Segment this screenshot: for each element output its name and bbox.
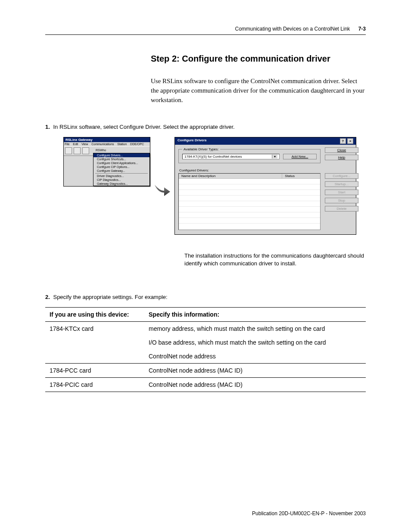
add-new-label: Add New... [292, 155, 308, 159]
menu-configure-gateway[interactable]: Configure Gateway... [93, 169, 149, 173]
step-2: 2. Specify the appropriate settings. For… [45, 294, 366, 300]
step-1-number: 1. [45, 124, 50, 130]
table-row [179, 190, 320, 196]
col-status: Status [282, 174, 320, 178]
step-heading: Step 2: Configure the communication driv… [151, 54, 366, 64]
stop-button[interactable]: Stop [325, 198, 358, 203]
publication-footer: Publication 20D-UM002C-EN-P - November 2… [252, 510, 366, 516]
help-label: Help [338, 156, 345, 159]
cell-info-pcc: ControlNet node address (MAC ID) [144, 363, 366, 377]
rslinx-window: RSLinx Gateway File Edit View Communicat… [63, 137, 150, 187]
available-driver-types-group: Available Driver Types: 1784-KT(X)(S) fo… [178, 147, 321, 163]
driver-type-value: 1784-KT(X)(S) for ControlNet devices [184, 155, 242, 159]
table-row [179, 212, 320, 218]
toolbar-button-1[interactable] [65, 147, 72, 154]
menu-station[interactable]: Station [117, 143, 127, 146]
intro-paragraph: Use RSLinx software to configure the Con… [151, 77, 366, 105]
startup-button[interactable]: Startup... [325, 181, 358, 187]
table-row [179, 184, 320, 190]
ktcx-info-1: memory address, which must match the swi… [149, 325, 361, 332]
configured-drivers-table: Name and Description Status [178, 173, 321, 230]
close-icon[interactable]: × [347, 138, 353, 144]
close-button[interactable]: Close [325, 147, 358, 153]
dropdown-menu: Configure Drivers... Configure Shortcuts… [93, 153, 150, 186]
menu-communications[interactable]: Communications [91, 143, 114, 146]
section-title: Communicating with Devices on a ControlN… [235, 26, 350, 32]
menu-gateway-diagnostics[interactable]: Gateway Diagnostics... [93, 182, 149, 186]
cell-info-pcic: ControlNet node address (MAC ID) [144, 377, 366, 392]
screenshot-row: RSLinx Gateway File Edit View Communicat… [45, 137, 366, 235]
page-number: 7-3 [358, 26, 366, 32]
window-controls: ? × [339, 138, 353, 144]
configure-drivers-dialog: Configure Drivers ? × Available Driver T… [174, 137, 356, 235]
delete-button[interactable]: Delete [325, 206, 358, 212]
th-info: Specify this information: [144, 307, 366, 321]
start-button[interactable]: Start [325, 190, 358, 195]
arrow-icon [154, 174, 171, 198]
dialog-body: Available Driver Types: 1784-KT(X)(S) fo… [175, 145, 356, 234]
dropdown-label[interactable]: RSWho [93, 148, 150, 152]
add-new-button[interactable]: Add New... [283, 154, 317, 159]
rslinx-menubar: File Edit View Communications Station DD… [64, 142, 150, 146]
menu-configure-shortcuts[interactable]: Configure Shortcuts... [93, 157, 149, 161]
toolbar-button-2[interactable] [74, 147, 81, 154]
ktcx-info-2: I/O base address, which must match the s… [149, 339, 361, 346]
dialog-side-buttons: Configure... Startup... Start Stop Delet… [325, 173, 352, 230]
header-rule [45, 34, 366, 35]
cell-info-ktcx: memory address, which must match the swi… [144, 321, 366, 363]
configure-button[interactable]: Configure... [325, 173, 358, 179]
menu-edit[interactable]: Edit [73, 143, 78, 146]
th-device: If you are using this device: [45, 307, 144, 321]
menu-view[interactable]: View [81, 143, 88, 146]
cell-device-pcc: 1784-PCC card [45, 363, 144, 377]
menu-driver-diagnostics[interactable]: Driver Diagnostics... [93, 174, 149, 178]
menu-file[interactable]: File [65, 143, 69, 146]
step-1: 1. In RSLinx software, select Configure … [45, 124, 366, 130]
table-row [179, 179, 320, 184]
cell-device-pcic: 1784-PCIC card [45, 377, 144, 392]
device-settings-table: If you are using this device: Specify th… [45, 307, 366, 392]
communications-dropdown: RSWho Configure Drivers... Configure Sho… [93, 148, 150, 186]
menu-configure-drivers[interactable]: Configure Drivers... [93, 153, 149, 157]
configured-drivers-label: Configured Drivers: [179, 168, 352, 172]
group-label-available: Available Driver Types: [182, 147, 220, 151]
menu-configure-cip[interactable]: Configure CIP Options... [93, 165, 149, 169]
table-row [179, 201, 320, 207]
driver-type-select[interactable]: 1784-KT(X)(S) for ControlNet devices ▾ [182, 154, 280, 159]
step-2-number: 2. [45, 294, 50, 300]
table-row [179, 196, 320, 201]
menu-dde[interactable]: DDE/OPC [130, 143, 144, 146]
chevron-down-icon: ▾ [272, 155, 277, 159]
ktcx-info-3: ControlNet node address [149, 353, 361, 360]
dialog-title: Configure Drivers [177, 138, 207, 144]
table-row [179, 218, 320, 224]
help-button[interactable]: Help [325, 155, 358, 160]
running-header: Communicating with Devices on a ControlN… [45, 26, 366, 32]
table-rows [179, 179, 320, 224]
cell-device-ktcx: 1784-KTCx card [45, 321, 144, 363]
help-icon[interactable]: ? [340, 138, 346, 144]
step-1-text: In RSLinx software, select Configure Dri… [53, 124, 234, 130]
col-name-description: Name and Description [179, 174, 282, 178]
rslinx-titlebar: RSLinx Gateway [64, 137, 150, 142]
close-label: Close [337, 148, 346, 152]
step-2-text: Specify the appropriate settings. For ex… [53, 294, 167, 300]
menu-configure-client-apps[interactable]: Configure Client Applications... [93, 161, 149, 165]
table-row [179, 207, 320, 212]
toolbar-button-3[interactable] [82, 147, 89, 154]
screenshot-caption: The installation instructions for the co… [184, 252, 366, 268]
menu-cip-diagnostics[interactable]: CIP Diagnostics... [93, 178, 149, 182]
dialog-titlebar: Configure Drivers ? × [175, 137, 356, 145]
